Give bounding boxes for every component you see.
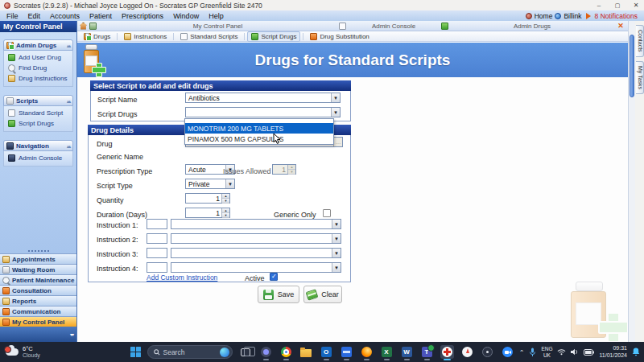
instruction-4-select[interactable] (171, 262, 341, 273)
chrome-icon[interactable] (279, 345, 293, 359)
dropdown-arrow-icon[interactable] (332, 220, 341, 228)
volume-icon[interactable] (571, 348, 579, 356)
dropdown-option[interactable]: PINAMOX 500 MG CAPSULES (185, 134, 333, 144)
taskbar-search[interactable]: Search (147, 345, 233, 359)
vertical-scrollbar[interactable] (628, 21, 635, 342)
menu-accounts[interactable]: Accounts (45, 12, 85, 20)
navigate-up-icon[interactable] (89, 23, 97, 30)
tab-contacts[interactable]: Contacts (636, 25, 644, 57)
tab-admin-drugs[interactable]: Admin Drugs (451, 23, 613, 30)
dropdown-arrow-icon[interactable] (225, 179, 234, 188)
clear-button[interactable]: Clear (303, 286, 342, 303)
minimize-button[interactable] (595, 2, 603, 9)
file-explorer-icon[interactable] (299, 345, 313, 359)
collapse-pin-icon[interactable] (67, 43, 70, 48)
toolbar-instructions[interactable]: Instructions (120, 31, 171, 42)
instruction-1-qty-input[interactable] (147, 219, 167, 229)
script-drugs-select[interactable] (185, 107, 341, 117)
billink-link[interactable]: Billink (564, 12, 581, 20)
nav-reports[interactable]: Reports (0, 295, 76, 306)
browse-ellipsis-button[interactable] (333, 138, 342, 146)
nav-communication[interactable]: Communication (0, 306, 76, 316)
sidebar-item-add-user-drug[interactable]: Add User Drug (8, 54, 71, 61)
dropdown-arrow-icon[interactable] (332, 263, 341, 272)
dropdown-arrow-icon[interactable] (331, 108, 340, 117)
instruction-2-qty-input[interactable] (147, 233, 167, 244)
duration-stepper[interactable]: 1 ▲▼ (185, 208, 230, 218)
chat-app-icon[interactable] (259, 345, 273, 359)
clock-widget[interactable]: 09:31 11/01/2024 (599, 345, 627, 359)
firefox-icon[interactable] (360, 345, 374, 359)
nav-my-control-panel[interactable]: My Control Panel (0, 316, 76, 327)
nav-patient-maintenance[interactable]: Patient Maintenance (0, 274, 76, 285)
media-app-icon[interactable] (481, 345, 494, 359)
menu-file[interactable]: File (2, 12, 23, 20)
microphone-icon[interactable] (529, 348, 536, 357)
word-icon[interactable]: W (400, 345, 414, 359)
sidebar-item-find-drug[interactable]: Find Drug (8, 64, 71, 72)
add-custom-instruction-link[interactable]: Add Custom Instruction (147, 274, 217, 282)
sidebar-item-script-drugs[interactable]: Script Drugs (8, 120, 71, 127)
active-checkbox[interactable] (270, 273, 278, 281)
teams-icon[interactable]: T (420, 345, 434, 359)
menu-window[interactable]: Window (168, 12, 204, 20)
save-button[interactable]: Save (258, 286, 299, 303)
close-button[interactable] (632, 2, 640, 9)
sidebar-item-drug-instructions[interactable]: Drug Instructions (8, 75, 71, 82)
instruction-4-qty-input[interactable] (147, 262, 167, 273)
dropdown-option-selected[interactable]: MONOTRIM 200 MG TABLETS (185, 123, 333, 134)
start-button[interactable] (130, 347, 141, 357)
group-header-admin-drugs[interactable]: Admin Drugs (3, 39, 73, 51)
dropdown-arrow-icon[interactable] (332, 234, 341, 243)
script-name-select[interactable]: Antibiotics (185, 93, 341, 103)
socrates-app-icon[interactable] (440, 345, 454, 359)
instruction-1-select[interactable] (171, 219, 341, 229)
generic-only-checkbox[interactable] (323, 209, 331, 217)
instruction-2-select[interactable] (171, 233, 341, 244)
close-tab-icon[interactable] (616, 22, 625, 30)
chevron-down-icon[interactable] (70, 331, 73, 337)
tray-expand-icon[interactable] (519, 348, 525, 356)
notification-bell-icon[interactable] (632, 348, 640, 356)
collapse-pin-icon[interactable] (67, 143, 70, 149)
group-header-scripts[interactable]: Scripts (3, 95, 73, 106)
home-tab-icon[interactable] (80, 23, 87, 30)
group-header-navigation[interactable]: Navigation (3, 140, 73, 151)
tab-my-tasks[interactable]: My Tasks (636, 61, 644, 94)
outlook-icon[interactable]: O (320, 345, 333, 359)
instruction-3-select[interactable] (171, 248, 341, 258)
collapse-pin-icon[interactable] (67, 98, 70, 104)
maps-app-icon[interactable] (460, 345, 474, 359)
wifi-icon[interactable] (557, 348, 566, 356)
excel-icon[interactable]: X (380, 345, 394, 359)
script-type-select[interactable]: Private (185, 179, 235, 189)
battery-icon[interactable] (584, 349, 594, 356)
instruction-3-qty-input[interactable] (147, 248, 167, 258)
toolbar-drugs[interactable]: Drugs (80, 31, 114, 42)
menu-edit[interactable]: Edit (23, 12, 46, 20)
nav-waiting-room[interactable]: Waiting Room (0, 264, 76, 274)
maximize-button[interactable] (613, 2, 621, 9)
tab-my-control-panel[interactable]: My Control Panel (99, 23, 336, 30)
menu-patient[interactable]: Patient (85, 12, 117, 20)
zoom-icon[interactable] (501, 345, 514, 359)
task-view-icon[interactable] (239, 345, 253, 359)
sidebar-item-standard-script[interactable]: Standard Script (8, 109, 71, 117)
menu-prescriptions[interactable]: Prescriptions (117, 12, 168, 20)
tab-admin-console[interactable]: Admin Console (349, 23, 439, 30)
quantity-stepper[interactable]: 1 ▲▼ (185, 193, 230, 204)
toolbar-standard-scripts[interactable]: Standard Scripts (176, 31, 242, 42)
language-switcher[interactable]: ENG UK (541, 346, 552, 358)
dropdown-arrow-icon[interactable] (332, 249, 341, 257)
toolbar-script-drugs[interactable]: Script Drugs (247, 31, 300, 42)
weather-widget[interactable]: 6°C Cloudy (6, 345, 40, 359)
dropdown-arrow-icon[interactable] (331, 93, 340, 102)
drive-app-icon[interactable] (340, 345, 353, 359)
menu-help[interactable]: Help (204, 12, 229, 20)
toolbar-drug-substitution[interactable]: Drug Substitution (306, 31, 373, 42)
notifications-link[interactable]: 8 Notifications (595, 12, 638, 20)
nav-appointments[interactable]: Appointments (0, 253, 76, 264)
home-link[interactable]: Home (535, 12, 553, 20)
nav-consultation[interactable]: Consultation (0, 285, 76, 295)
scrollbar-thumb[interactable] (630, 35, 634, 97)
